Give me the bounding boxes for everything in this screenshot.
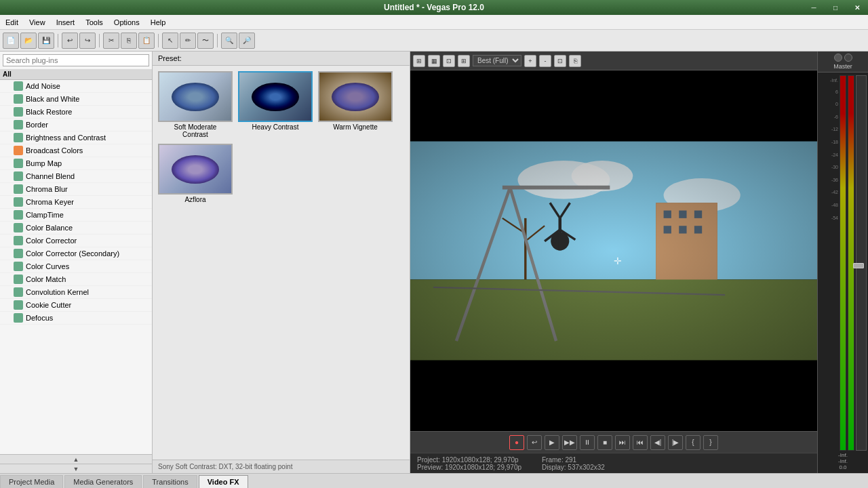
menu-tools[interactable]: Tools xyxy=(80,15,108,29)
preset-warm-vignette[interactable]: Warm Vignette xyxy=(318,71,393,138)
plugin-chroma-keyer[interactable]: Chroma Keyer xyxy=(0,196,152,209)
menu-insert[interactable]: Insert xyxy=(51,15,81,29)
plugin-icon xyxy=(14,249,23,258)
preset-footer-text: Sony Soft Contrast: DXT, 32-bit floating… xyxy=(158,463,292,470)
video-overlay[interactable]: ⊡ xyxy=(443,55,455,67)
video-zoom-out[interactable]: - xyxy=(539,55,551,67)
minimize-button[interactable]: ─ xyxy=(803,0,825,15)
mixer-title: Master xyxy=(818,52,868,73)
save-button[interactable]: 💾 xyxy=(38,33,54,49)
plugin-icon xyxy=(14,300,23,310)
plugin-icon xyxy=(14,236,23,245)
tool-envelope[interactable]: 〜 xyxy=(197,33,214,49)
tab-media-generators[interactable]: Media Generators xyxy=(64,475,142,488)
meter-left xyxy=(840,75,846,451)
plugin-icon xyxy=(14,107,23,117)
all-category-label: All xyxy=(3,70,12,78)
plugin-list-scroll-up[interactable]: ▲ xyxy=(0,454,152,464)
master-mixer: Master -Inf. 6 0 -6 -12 -18 -24 -30 -36 … xyxy=(817,52,868,473)
plugin-color-balance[interactable]: Color Balance xyxy=(0,222,152,235)
menu-help[interactable]: Help xyxy=(145,15,172,29)
close-button[interactable]: ✕ xyxy=(846,0,868,15)
preset-heavy-contrast[interactable]: Heavy Contrast xyxy=(238,71,313,138)
video-grid[interactable]: ⊞ xyxy=(458,55,470,67)
next-frame-button[interactable]: |▶ xyxy=(668,435,683,450)
video-safe-area[interactable]: ▦ xyxy=(428,55,440,67)
to-start-button[interactable]: ⏮ xyxy=(633,435,648,450)
plugin-brightness-contrast[interactable]: Brightness and Contrast xyxy=(0,131,152,144)
video-snap[interactable]: ⊡ xyxy=(554,55,566,67)
paste-button[interactable]: 📋 xyxy=(138,33,155,49)
video-panel: ⊞ ▦ ⊡ ⊞ Best (Full) + - ⊡ ⎘ xyxy=(410,52,817,473)
toolbar-sep-1 xyxy=(58,34,58,47)
play-fast-button[interactable]: ▶▶ xyxy=(562,435,577,450)
preset-thumb-warm-vignette xyxy=(318,71,393,122)
play-button[interactable]: ▶ xyxy=(545,435,559,450)
video-preview-options[interactable]: ⊞ xyxy=(413,55,425,67)
plugin-color-corrector[interactable]: Color Corrector xyxy=(0,235,152,247)
pause-button[interactable]: ⏸ xyxy=(580,435,595,450)
plugin-list-scroll-down[interactable]: ▼ xyxy=(0,464,152,473)
plugin-defocus[interactable]: Defocus xyxy=(0,312,152,325)
tab-transitions[interactable]: Transitions xyxy=(143,475,197,488)
zoom-out[interactable]: 🔎 xyxy=(239,33,255,49)
menu-edit[interactable]: Edit xyxy=(0,15,24,29)
tool-select[interactable]: ↖ xyxy=(162,33,178,49)
copy-button[interactable]: ⎘ xyxy=(121,33,137,49)
svg-rect-26 xyxy=(410,142,817,361)
plugin-chroma-blur[interactable]: Chroma Blur xyxy=(0,183,152,196)
plugin-add-noise[interactable]: Add Noise xyxy=(0,80,152,93)
loop-in-button[interactable]: { xyxy=(686,435,701,450)
video-preview: ✛ xyxy=(410,70,817,431)
preset-label-warm-vignette: Warm Vignette xyxy=(333,123,378,131)
rewind-button[interactable]: ↩ xyxy=(527,435,542,450)
loop-out-button[interactable]: } xyxy=(703,435,718,450)
plugin-channel-blend[interactable]: Channel Blend xyxy=(0,170,152,183)
plugin-color-match[interactable]: Color Match xyxy=(0,273,152,286)
plugin-search-area xyxy=(0,52,152,69)
plugin-broadcast-colors[interactable]: Broadcast Colors xyxy=(0,144,152,157)
preset-label: Preset: xyxy=(158,54,182,62)
tab-video-fx[interactable]: Video FX xyxy=(199,475,248,488)
mixer-mute-btn[interactable] xyxy=(844,54,852,62)
preview-image: ✛ xyxy=(410,70,817,431)
plugin-convolution-kernel[interactable]: Convolution Kernel xyxy=(0,286,152,299)
preset-soft-moderate[interactable]: Soft ModerateContrast xyxy=(158,71,233,138)
to-end-button[interactable]: ⏭ xyxy=(615,435,630,450)
plugin-black-white[interactable]: Black and White xyxy=(0,93,152,106)
cut-button[interactable]: ✂ xyxy=(103,33,119,49)
zoom-in[interactable]: 🔍 xyxy=(221,33,237,49)
plugin-bump-map[interactable]: Bump Map xyxy=(0,157,152,170)
search-input[interactable] xyxy=(3,54,149,66)
prev-frame-button[interactable]: ◀| xyxy=(650,435,665,450)
plugin-color-curves[interactable]: Color Curves xyxy=(0,260,152,273)
plugin-icon xyxy=(14,313,23,323)
plugin-clamptime[interactable]: ClampTime xyxy=(0,209,152,222)
master-fader-track[interactable] xyxy=(856,75,867,451)
video-copy[interactable]: ⎘ xyxy=(569,55,581,67)
tool-edit[interactable]: ✏ xyxy=(180,33,196,49)
stop-button[interactable]: ■ xyxy=(597,435,612,450)
redo-button[interactable]: ↪ xyxy=(79,33,96,49)
mixer-settings-btn[interactable] xyxy=(834,54,842,62)
plugin-black-restore[interactable]: Black Restore xyxy=(0,106,152,119)
quality-select[interactable]: Best (Full) xyxy=(473,55,521,66)
plugin-icon xyxy=(14,287,23,297)
menu-options[interactable]: Options xyxy=(108,15,145,29)
new-button[interactable]: 📄 xyxy=(3,33,19,49)
project-res: Project: 1920x1080x128; 29,970p xyxy=(417,456,521,464)
undo-button[interactable]: ↩ xyxy=(62,33,78,49)
preset-azflora[interactable]: Azflora xyxy=(158,144,233,203)
video-zoom-in[interactable]: + xyxy=(524,55,536,67)
menu-view[interactable]: View xyxy=(24,15,51,29)
tab-project-media[interactable]: Project Media xyxy=(0,475,63,488)
master-fader-thumb[interactable] xyxy=(853,263,864,268)
record-button[interactable]: ● xyxy=(509,435,524,450)
fader-scale: -Inf. 6 0 -6 -12 -18 -24 -30 -36 -42 -48… xyxy=(819,75,838,451)
open-button[interactable]: 📂 xyxy=(20,33,37,49)
plugin-cookie-cutter[interactable]: Cookie Cutter xyxy=(0,299,152,312)
plugin-icon xyxy=(14,94,23,104)
plugin-color-corrector-secondary[interactable]: Color Corrector (Secondary) xyxy=(0,247,152,260)
plugin-border[interactable]: Border xyxy=(0,119,152,131)
maximize-button[interactable]: □ xyxy=(825,0,846,15)
